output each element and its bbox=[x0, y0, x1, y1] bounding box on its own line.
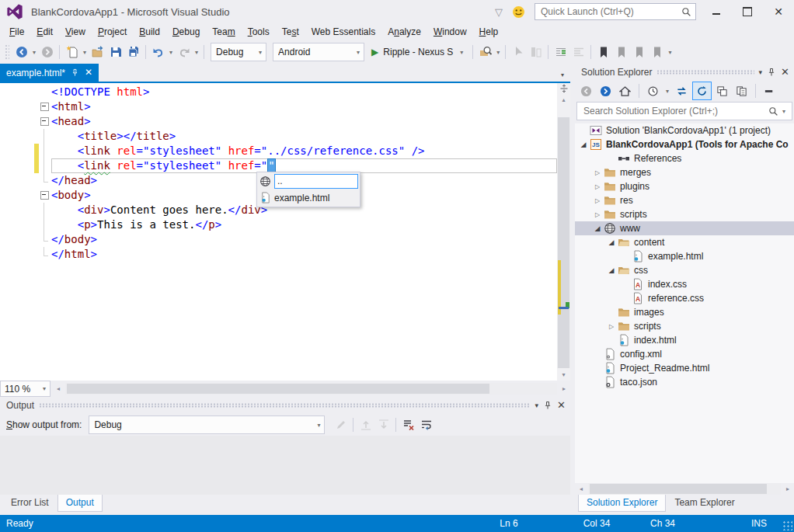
minimize-button[interactable] bbox=[705, 3, 727, 20]
tree-expanded-icon[interactable]: ◢ bbox=[606, 266, 617, 274]
menu-project[interactable]: Project bbox=[92, 24, 133, 40]
tree-item[interactable]: ◢content bbox=[575, 235, 794, 249]
tree-item[interactable]: Aindex.css bbox=[575, 277, 794, 291]
status-character[interactable]: Ch 34 bbox=[628, 518, 698, 529]
completion-item[interactable]: example.html bbox=[258, 190, 359, 206]
output-content[interactable] bbox=[0, 436, 570, 495]
dropdown-caret-icon[interactable]: ▾ bbox=[666, 49, 674, 56]
dropdown-caret-icon[interactable]: ▾ bbox=[30, 49, 38, 56]
status-column[interactable]: Col 34 bbox=[562, 518, 632, 529]
toolbar-grip[interactable] bbox=[5, 44, 9, 60]
output-close-icon[interactable]: ✕ bbox=[557, 402, 566, 409]
scroll-left-icon[interactable]: ◂ bbox=[575, 485, 587, 492]
zoom-combo[interactable]: 110 % ▾ bbox=[0, 381, 50, 397]
tree-item[interactable]: config.xml bbox=[575, 347, 794, 361]
code-line[interactable]: <p>This is a test.</p> bbox=[0, 217, 557, 232]
code-line[interactable]: <link rel="stylesheet" href="../css/refe… bbox=[0, 144, 557, 158]
find-in-files-button[interactable] bbox=[476, 43, 494, 61]
window-position-icon[interactable]: ▾ bbox=[759, 68, 763, 76]
scroll-up-icon[interactable]: ▴ bbox=[557, 94, 570, 106]
code-folding-margin[interactable] bbox=[39, 144, 51, 158]
code-folding-margin[interactable] bbox=[39, 158, 51, 173]
menu-web-essentials[interactable]: Web Essentials bbox=[305, 24, 381, 40]
dropdown-caret-icon[interactable]: ▾ bbox=[167, 49, 175, 56]
code-folding-margin[interactable] bbox=[39, 188, 51, 203]
splitter-icon[interactable] bbox=[557, 83, 570, 94]
code-folding-margin[interactable] bbox=[39, 203, 51, 217]
code-folding-margin[interactable] bbox=[39, 173, 51, 188]
tree-collapsed-icon[interactable]: ▷ bbox=[606, 323, 617, 330]
code-folding-margin[interactable] bbox=[39, 85, 51, 99]
new-file-button[interactable] bbox=[63, 43, 81, 61]
tree-item[interactable]: ▷scripts bbox=[575, 319, 794, 333]
sync-with-active-document-button[interactable] bbox=[673, 82, 691, 99]
scrollbar-thumb[interactable] bbox=[558, 117, 569, 368]
code-area[interactable]: <!DOCTYPE html><html><head> <title></tit… bbox=[0, 83, 557, 381]
tree-item[interactable]: ▷merges bbox=[575, 165, 794, 179]
clear-all-output-button[interactable] bbox=[399, 416, 417, 434]
forward-button[interactable] bbox=[597, 82, 615, 99]
output-source-combo[interactable]: Debug ▾ bbox=[89, 416, 325, 434]
tree-item[interactable]: Solution 'BlankCordovaApp1' (1 project) bbox=[575, 123, 794, 137]
pin-icon[interactable] bbox=[71, 68, 79, 77]
toggle-word-wrap-button[interactable] bbox=[417, 416, 435, 434]
home-button[interactable] bbox=[616, 82, 634, 99]
tree-item[interactable]: Project_Readme.html bbox=[575, 361, 794, 375]
solution-explorer-search-box[interactable]: ▾ bbox=[576, 102, 792, 120]
pin-icon[interactable] bbox=[543, 401, 552, 410]
close-button[interactable]: ✕ bbox=[768, 3, 789, 20]
menu-team[interactable]: Team bbox=[206, 24, 241, 40]
tree-expanded-icon[interactable]: ◢ bbox=[578, 141, 589, 148]
quick-launch-input[interactable] bbox=[539, 5, 681, 18]
toggle-bookmark-button[interactable] bbox=[594, 43, 612, 61]
fold-collapse-icon[interactable] bbox=[40, 103, 49, 111]
status-line[interactable]: Ln 6 bbox=[474, 518, 544, 529]
dropdown-caret-icon[interactable]: ▾ bbox=[663, 88, 671, 95]
code-line[interactable]: </body> bbox=[0, 232, 557, 247]
menu-tools[interactable]: Tools bbox=[242, 24, 276, 40]
maximize-button[interactable] bbox=[737, 3, 758, 20]
tree-item[interactable]: ▷res bbox=[575, 193, 794, 207]
dropdown-caret-icon[interactable]: ▾ bbox=[81, 49, 89, 56]
tree-item[interactable]: ◢www bbox=[575, 221, 794, 235]
start-debugging-button[interactable]: ▶Ripple - Nexus S▾ bbox=[367, 47, 469, 57]
tab-team-explorer[interactable]: Team Explorer bbox=[667, 495, 742, 511]
solution-platforms-combo[interactable]: Android▾ bbox=[273, 43, 364, 61]
tree-item[interactable]: ▷scripts bbox=[575, 207, 794, 221]
scroll-left-icon[interactable]: ◂ bbox=[52, 385, 64, 392]
tree-collapsed-icon[interactable]: ▷ bbox=[592, 197, 603, 204]
tree-item[interactable]: References bbox=[575, 151, 794, 165]
tree-expanded-icon[interactable]: ◢ bbox=[606, 238, 617, 246]
tree-item[interactable]: ◢JSBlankCordovaApp1 (Tools for Apache Co bbox=[575, 137, 794, 151]
tab-solution-explorer[interactable]: Solution Explorer bbox=[578, 495, 666, 512]
tree-item[interactable]: example.html bbox=[575, 249, 794, 263]
solution-explorer-horizontal-scrollbar[interactable]: ◂ ▸ bbox=[575, 483, 794, 495]
solution-explorer-search-input[interactable] bbox=[582, 105, 768, 117]
tree-collapsed-icon[interactable]: ▷ bbox=[592, 169, 603, 176]
properties-button[interactable] bbox=[733, 82, 750, 99]
scroll-right-icon[interactable]: ▸ bbox=[558, 385, 570, 392]
refresh-button[interactable] bbox=[692, 82, 712, 100]
code-folding-margin[interactable] bbox=[39, 247, 51, 262]
menu-edit[interactable]: Edit bbox=[30, 24, 59, 40]
code-folding-margin[interactable] bbox=[39, 99, 51, 114]
feedback-icon[interactable]: ▽ bbox=[495, 6, 503, 18]
scroll-right-icon[interactable]: ▸ bbox=[782, 485, 794, 492]
pin-icon[interactable] bbox=[767, 68, 776, 77]
menu-debug[interactable]: Debug bbox=[166, 24, 206, 40]
code-line[interactable]: <head> bbox=[0, 114, 557, 129]
dropdown-caret-icon[interactable]: ▾ bbox=[193, 49, 200, 56]
dropdown-caret-icon[interactable]: ▾ bbox=[494, 49, 502, 56]
tab-output[interactable]: Output bbox=[57, 495, 103, 512]
tree-item[interactable]: ▷plugins bbox=[575, 179, 794, 193]
smiley-icon[interactable] bbox=[512, 5, 525, 19]
fold-collapse-icon[interactable] bbox=[40, 117, 49, 126]
document-well-dropdown-icon[interactable]: ▾ bbox=[561, 71, 570, 82]
tree-item[interactable]: images bbox=[575, 305, 794, 319]
menu-build[interactable]: Build bbox=[133, 24, 166, 40]
menu-window[interactable]: Window bbox=[427, 24, 473, 40]
scrollbar-track[interactable] bbox=[588, 483, 781, 495]
tree-item[interactable]: Areference.css bbox=[575, 291, 794, 305]
tree-collapsed-icon[interactable]: ▷ bbox=[592, 183, 603, 190]
code-line[interactable]: <title></title> bbox=[0, 129, 557, 144]
